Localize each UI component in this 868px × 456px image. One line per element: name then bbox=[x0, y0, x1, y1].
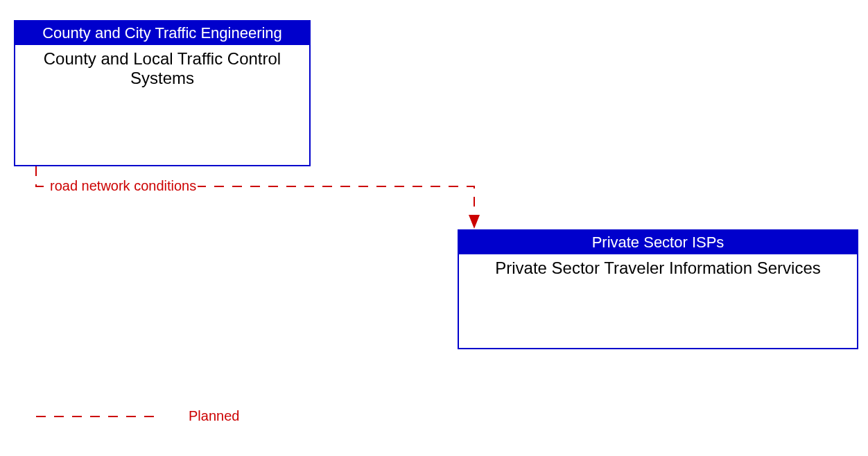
node-source-header: County and City Traffic Engineering bbox=[15, 21, 309, 45]
node-target-body: Private Sector Traveler Information Serv… bbox=[459, 254, 857, 282]
node-source-body: County and Local Traffic Control Systems bbox=[15, 45, 309, 92]
node-source: County and City Traffic Engineering Coun… bbox=[14, 20, 311, 166]
flow-label: road network conditions bbox=[49, 178, 198, 194]
flow-path bbox=[36, 166, 474, 227]
node-target: Private Sector ISPs Private Sector Trave… bbox=[458, 229, 858, 349]
legend-label: Planned bbox=[189, 408, 239, 424]
node-target-header: Private Sector ISPs bbox=[459, 231, 857, 254]
